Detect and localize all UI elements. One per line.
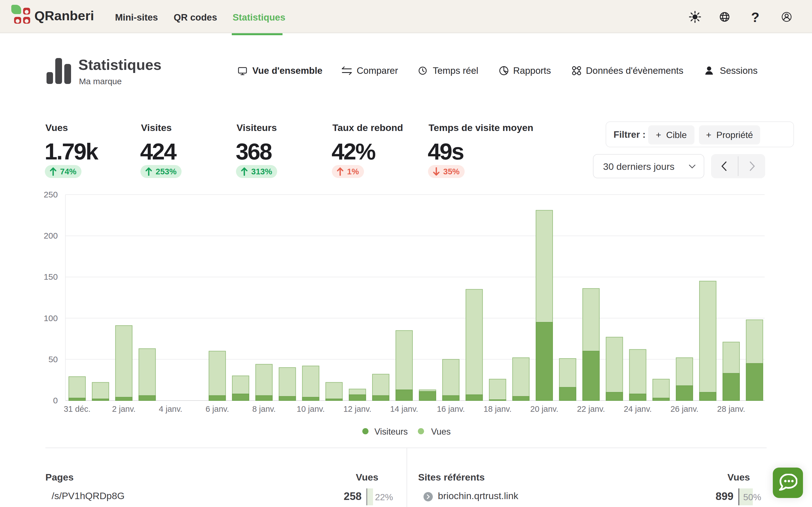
svg-text:50: 50 [49,355,58,364]
svg-text:12 janv.: 12 janv. [343,404,371,413]
svg-text:0: 0 [53,396,58,405]
svg-text:250: 250 [44,190,58,199]
svg-text:10 janv.: 10 janv. [297,404,324,413]
svg-text:31 déc.: 31 déc. [64,404,91,413]
svg-text:26 janv.: 26 janv. [670,404,698,413]
svg-text:100: 100 [44,314,58,323]
svg-text:16 janv.: 16 janv. [437,404,465,413]
svg-text:18 janv.: 18 janv. [484,404,511,413]
svg-text:24 janv.: 24 janv. [624,404,652,413]
svg-text:28 janv.: 28 janv. [717,404,745,413]
svg-text:2 janv.: 2 janv. [112,404,136,413]
svg-text:150: 150 [44,272,58,281]
svg-text:200: 200 [44,231,58,240]
svg-text:14 janv.: 14 janv. [390,404,418,413]
svg-text:22 janv.: 22 janv. [577,404,605,413]
svg-text:4 janv.: 4 janv. [159,404,182,413]
svg-text:6 janv.: 6 janv. [206,404,229,413]
svg-text:20 janv.: 20 janv. [530,404,558,413]
svg-text:8 janv.: 8 janv. [252,404,276,413]
